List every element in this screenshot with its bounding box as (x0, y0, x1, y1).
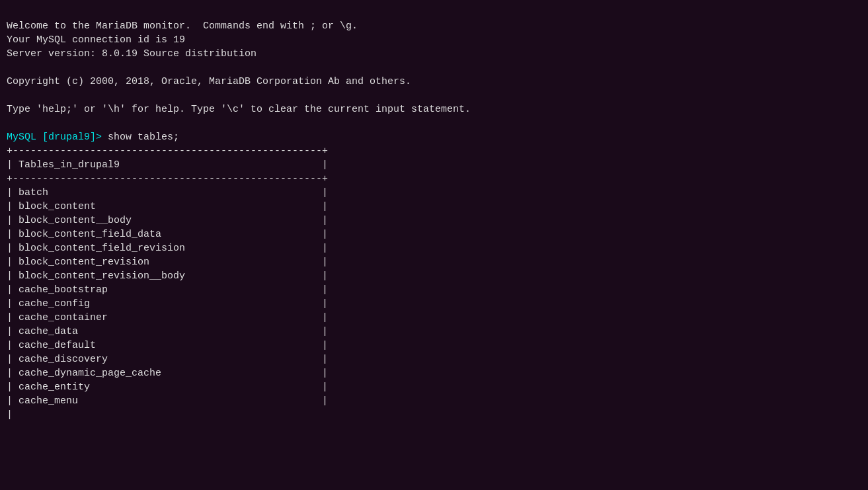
table-top-border: +---------------------------------------… (7, 145, 328, 157)
table-row-block-content-field-data: | block_content_field_data | (7, 229, 328, 240)
table-header: | Tables_in_drupal9 | (7, 159, 328, 171)
table-row-cache-discovery: | cache_discovery | (7, 354, 328, 365)
table-row-cache-data: | cache_data | (7, 326, 328, 337)
table-row-cache-bootstrap: | cache_bootstrap | (7, 284, 328, 296)
welcome-line1: Welcome to the MariaDB monitor. Commands… (7, 20, 358, 32)
table-row-cache-menu: | cache_menu | (7, 395, 328, 407)
table-row-cache-default: | cache_default | (7, 340, 328, 351)
table-row-cache-entity: | cache_entity | (7, 382, 328, 393)
table-row-cache-container: | cache_container | (7, 312, 328, 323)
welcome-line3: Server version: 8.0.19 Source distributi… (7, 48, 256, 60)
terminal-window: Welcome to the MariaDB monitor. Commands… (7, 5, 861, 422)
help-text: Type 'help;' or '\h' for help. Type '\c'… (7, 104, 471, 115)
table-row-cache-dynamic-page-cache: | cache_dynamic_page_cache | (7, 368, 328, 379)
table-row-cache-config: | cache_config | (7, 298, 328, 309)
welcome-line2: Your MySQL connection id is 19 (7, 34, 185, 46)
table-row-batch: | batch | (7, 187, 328, 198)
table-row-block-content: | block_content | (7, 201, 328, 212)
prompt-line: MySQL [drupal9]> show tables; (7, 132, 179, 143)
table-mid-border: +---------------------------------------… (7, 173, 328, 184)
table-row-block-content-body: | block_content__body | (7, 215, 328, 226)
table-row-block-content-revision-body: | block_content_revision__body | (7, 270, 328, 282)
copyright-line: Copyright (c) 2000, 2018, Oracle, MariaD… (7, 76, 411, 87)
prompt-prefix: MySQL [drupal9]> (7, 132, 102, 143)
table-partial-row: | (7, 409, 13, 421)
table-row-block-content-field-revision: | block_content_field_revision | (7, 243, 328, 254)
table-row-block-content-revision: | block_content_revision | (7, 257, 328, 268)
